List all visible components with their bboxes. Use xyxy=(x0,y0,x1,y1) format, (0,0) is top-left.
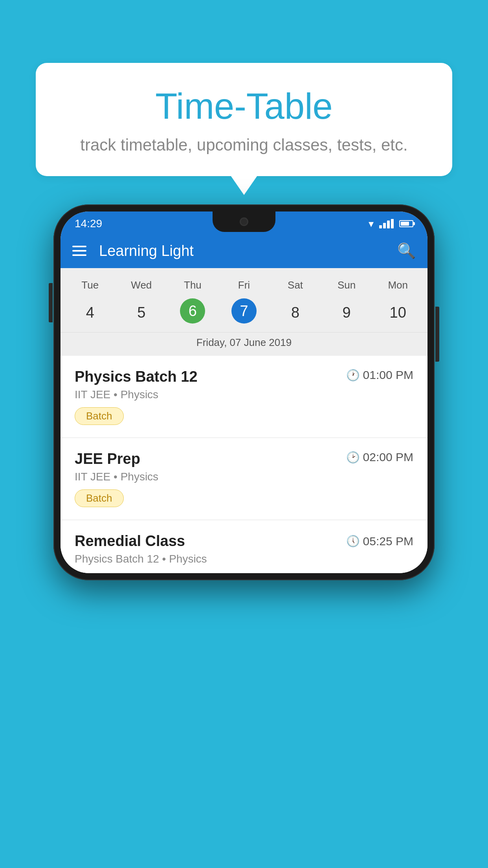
clock-icon-3: 🕔 xyxy=(346,535,360,548)
item-time-1: 🕐 01:00 PM xyxy=(346,368,413,382)
camera xyxy=(240,217,248,226)
day-fri: Fri xyxy=(218,276,270,294)
days-row: Tue Wed Thu Fri Sat Sun Mon xyxy=(61,276,427,294)
menu-icon[interactable] xyxy=(72,246,88,256)
schedule-item-physics-batch[interactable]: Physics Batch 12 🕐 01:00 PM IIT JEE • Ph… xyxy=(61,356,427,438)
phone-notch xyxy=(213,211,275,232)
item-sub-2: IIT JEE • Physics xyxy=(75,471,413,483)
batch-badge-2: Batch xyxy=(75,489,124,507)
status-time: 14:29 xyxy=(75,217,102,230)
date-4[interactable]: 4 xyxy=(64,298,116,327)
day-wed: Wed xyxy=(116,276,167,294)
day-thu: Thu xyxy=(167,276,218,294)
date-6-today[interactable]: 6 xyxy=(180,298,205,324)
dates-row: 4 5 6 7 8 9 10 xyxy=(61,298,427,327)
date-8[interactable]: 8 xyxy=(270,298,321,327)
item-time-3: 🕔 05:25 PM xyxy=(346,535,413,548)
schedule-item-jee-prep[interactable]: JEE Prep 🕑 02:00 PM IIT JEE • Physics Ba… xyxy=(61,438,427,520)
item-header-2: JEE Prep 🕑 02:00 PM xyxy=(75,451,413,467)
date-10[interactable]: 10 xyxy=(372,298,424,327)
schedule-list: Physics Batch 12 🕐 01:00 PM IIT JEE • Ph… xyxy=(61,356,427,573)
signal-icon xyxy=(379,219,394,228)
item-name-1: Physics Batch 12 xyxy=(75,368,198,385)
day-sun: Sun xyxy=(321,276,372,294)
date-5[interactable]: 5 xyxy=(116,298,167,327)
app-title: Learning Light xyxy=(99,243,386,259)
top-section: Time-Table track timetable, upcoming cla… xyxy=(0,0,488,176)
volume-button xyxy=(49,283,53,322)
schedule-item-remedial[interactable]: Remedial Class 🕔 05:25 PM Physics Batch … xyxy=(61,520,427,573)
date-7-selected[interactable]: 7 xyxy=(231,298,257,324)
item-sub-3: Physics Batch 12 • Physics xyxy=(75,553,413,565)
batch-badge-1: Batch xyxy=(75,407,124,425)
speech-bubble: Time-Table track timetable, upcoming cla… xyxy=(36,63,452,176)
phone-screen: 14:29 ▾ xyxy=(61,211,427,573)
day-tue: Tue xyxy=(64,276,116,294)
item-sub-1: IIT JEE • Physics xyxy=(75,388,413,401)
power-button xyxy=(435,307,439,362)
item-name-2: JEE Prep xyxy=(75,451,140,467)
bubble-subtitle: track timetable, upcoming classes, tests… xyxy=(67,136,421,154)
phone-mockup: 14:29 ▾ xyxy=(53,204,435,580)
search-icon[interactable]: 🔍 xyxy=(397,242,416,259)
item-time-2: 🕑 02:00 PM xyxy=(346,451,413,464)
phone-outer: 14:29 ▾ xyxy=(53,204,435,580)
status-icons: ▾ xyxy=(369,218,413,230)
selected-date-label: Friday, 07 June 2019 xyxy=(61,332,427,356)
date-9[interactable]: 9 xyxy=(321,298,372,327)
clock-icon-1: 🕐 xyxy=(346,369,360,382)
day-mon: Mon xyxy=(372,276,424,294)
item-header-1: Physics Batch 12 🕐 01:00 PM xyxy=(75,368,413,385)
item-name-3: Remedial Class xyxy=(75,533,185,550)
day-sat: Sat xyxy=(270,276,321,294)
battery-icon xyxy=(399,220,413,227)
app-bar: Learning Light 🔍 xyxy=(61,234,427,268)
wifi-icon: ▾ xyxy=(369,218,374,230)
clock-icon-2: 🕑 xyxy=(346,451,360,464)
calendar-strip: Tue Wed Thu Fri Sat Sun Mon 4 5 6 7 8 9 … xyxy=(61,268,427,356)
item-header-3: Remedial Class 🕔 05:25 PM xyxy=(75,533,413,550)
bubble-title: Time-Table xyxy=(67,86,421,126)
